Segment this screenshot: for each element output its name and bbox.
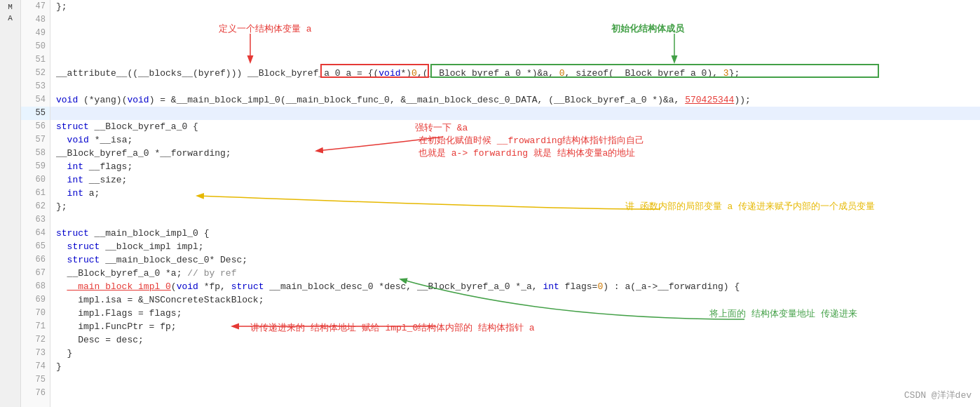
code-line-56: struct __Block_byref_a_0 {: [50, 120, 980, 133]
code-line-57: void *__isa;: [50, 133, 980, 147]
code-line-59: int __flags;: [50, 160, 980, 173]
code-line-68: __main_block_impl_0(void *fp, struct __m…: [50, 280, 980, 293]
line-num-57: 57: [21, 133, 50, 147]
code-line-58: __Block_byref_a_0 *__forwarding;: [50, 147, 980, 160]
code-line-70: impl.Flags = flags;: [50, 307, 980, 320]
line-num-69: 69: [21, 293, 50, 307]
line-num-51: 51: [21, 53, 50, 67]
code-line-73: }: [50, 347, 980, 360]
code-line-76: [50, 387, 980, 400]
code-line-69: impl.isa = &_NSConcreteStackBlock;: [50, 293, 980, 307]
code-line-51: [50, 53, 980, 67]
line-num-47: 47: [21, 0, 50, 13]
line-num-68: 68: [21, 280, 50, 293]
line-num-73: 73: [21, 347, 50, 360]
line-num-71: 71: [21, 320, 50, 333]
code-line-55: [50, 107, 980, 120]
code-line-63: [50, 213, 980, 227]
editor-container: M A 474849505152535455565758596061626364…: [0, 0, 980, 407]
line-num-49: 49: [21, 27, 50, 40]
line-num-75: 75: [21, 373, 50, 387]
code-line-62: };: [50, 200, 980, 213]
sidebar-m: M: [0, 1, 20, 13]
sidebar-a: A: [0, 13, 20, 24]
line-num-63: 63: [21, 213, 50, 227]
code-line-49: [50, 27, 980, 40]
code-line-75: [50, 373, 980, 387]
line-num-53: 53: [21, 80, 50, 93]
code-line-74: }: [50, 360, 980, 373]
line-num-64: 64: [21, 227, 50, 240]
code-line-53: [50, 80, 980, 93]
code-line-52: __attribute__((__blocks__(byref))) __Blo…: [50, 67, 980, 80]
code-line-72: Desc = desc;: [50, 333, 980, 347]
line-num-62: 62: [21, 200, 50, 213]
code-line-65: struct __block_impl impl;: [50, 240, 980, 253]
line-num-59: 59: [21, 160, 50, 173]
line-num-52: 52: [21, 67, 50, 80]
code-line-61: int a;: [50, 187, 980, 200]
code-line-54: void (*yang)(void) = &__main_block_impl_…: [50, 93, 980, 107]
code-line-47: };: [50, 0, 980, 13]
code-line-64: struct __main_block_impl_0 {: [50, 227, 980, 240]
code-area[interactable]: }; __attribute__((__blocks__(byref))) __…: [50, 0, 980, 407]
code-line-71: impl.FuncPtr = fp;: [50, 320, 980, 333]
code-line-66: struct __main_block_desc_0* Desc;: [50, 253, 980, 267]
line-num-66: 66: [21, 253, 50, 267]
line-num-50: 50: [21, 40, 50, 53]
line-num-65: 65: [21, 240, 50, 253]
line-num-56: 56: [21, 120, 50, 133]
line-num-67: 67: [21, 267, 50, 280]
sidebar: M A: [0, 0, 21, 407]
line-num-60: 60: [21, 173, 50, 187]
line-num-74: 74: [21, 360, 50, 373]
line-num-72: 72: [21, 333, 50, 347]
code-line-50: [50, 40, 980, 53]
line-num-58: 58: [21, 147, 50, 160]
line-num-70: 70: [21, 307, 50, 320]
line-num-55: 55: [21, 107, 50, 120]
line-num-76: 76: [21, 387, 50, 400]
line-num-54: 54: [21, 93, 50, 107]
line-numbers: 4748495051525354555657585960616263646566…: [21, 0, 50, 407]
line-num-61: 61: [21, 187, 50, 200]
code-line-60: int __size;: [50, 173, 980, 187]
code-line-67: __Block_byref_a_0 *a; // by ref: [50, 267, 980, 280]
line-num-48: 48: [21, 13, 50, 27]
watermark: CSDN @洋洋dev: [904, 389, 972, 401]
code-line-48: [50, 13, 980, 27]
